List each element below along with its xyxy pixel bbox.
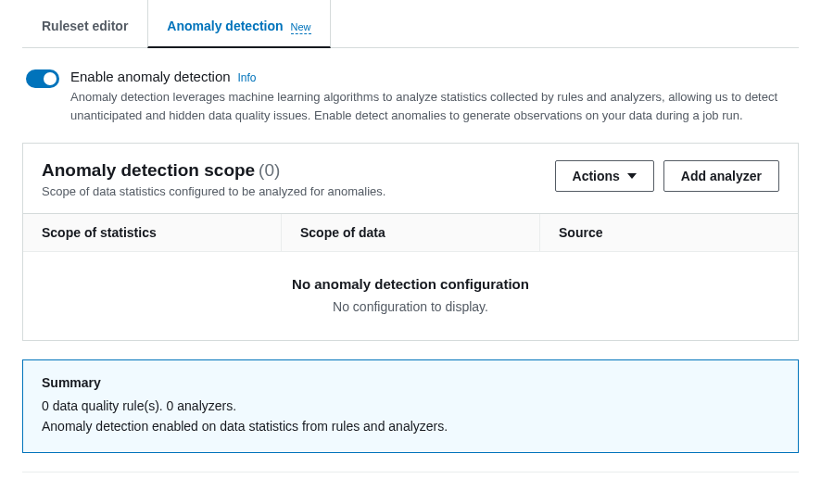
enable-text-block: Enable anomaly detection Info Anomaly de… [70,69,795,124]
column-source: Source [540,214,798,251]
scope-actions: Actions Add analyzer [555,160,779,192]
scope-table-header: Scope of statistics Scope of data Source [23,213,798,252]
tab-label: Anomaly detection [167,19,283,33]
tab-label: Ruleset editor [42,19,128,33]
tab-anomaly-detection[interactable]: Anomaly detection New [147,0,330,48]
tab-bar: Ruleset editor Anomaly detection New [22,0,799,48]
scope-title-block: Anomaly detection scope (0) Scope of dat… [42,160,555,198]
enable-description: Anomaly detection leverages machine lear… [70,88,795,124]
enable-toggle[interactable] [26,69,59,88]
enable-section: Enable anomaly detection Info Anomaly de… [22,48,799,143]
column-scope-of-statistics: Scope of statistics [23,214,282,251]
scope-subtitle: Scope of data statistics configured to b… [42,184,555,198]
scope-title-row: Anomaly detection scope (0) [42,160,555,181]
add-analyzer-button[interactable]: Add analyzer [663,160,779,192]
enable-label: Enable anomaly detection [70,69,231,84]
scope-title: Anomaly detection scope [42,160,255,180]
summary-box: Summary 0 data quality rule(s). 0 analyz… [22,359,799,453]
add-analyzer-label: Add analyzer [681,169,762,183]
scope-panel: Anomaly detection scope (0) Scope of dat… [22,143,799,341]
actions-button[interactable]: Actions [555,160,654,192]
tab-ruleset-editor[interactable]: Ruleset editor [22,0,147,47]
summary-line-1: 0 data quality rule(s). 0 analyzers. [42,396,779,416]
summary-title: Summary [42,375,779,390]
actions-button-label: Actions [573,169,620,183]
summary-line-2: Anomaly detection enabled on data statis… [42,416,779,436]
empty-state: No anomaly detection configuration No co… [23,252,798,340]
divider [22,472,799,472]
new-badge: New [291,21,311,34]
caret-down-icon [627,173,637,179]
empty-subtitle: No configuration to display. [42,299,779,314]
scope-header: Anomaly detection scope (0) Scope of dat… [23,144,798,213]
column-scope-of-data: Scope of data [282,214,540,251]
empty-title: No anomaly detection configuration [42,276,779,292]
scope-count: (0) [259,160,280,180]
info-link[interactable]: Info [238,71,257,84]
